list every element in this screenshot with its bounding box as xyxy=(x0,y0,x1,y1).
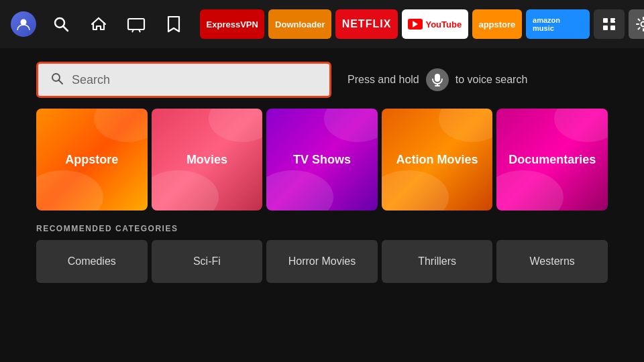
svg-rect-6 xyxy=(603,18,608,23)
svg-point-0 xyxy=(21,19,27,25)
recommended-section: RECOMMENDED CATEGORIES Comedies Sci-Fi H… xyxy=(0,224,644,283)
tile-documentaries-label: Documentaries xyxy=(508,153,596,167)
grid-apps-button[interactable] xyxy=(594,9,625,39)
search-icon xyxy=(50,72,64,88)
tv-button[interactable] xyxy=(123,11,149,37)
rec-tile-horror[interactable]: Horror Movies xyxy=(266,240,378,283)
recommended-row: Comedies Sci-Fi Horror Movies Thrillers … xyxy=(36,240,608,283)
rec-tile-comedies-label: Comedies xyxy=(68,255,116,267)
tiles-row: Appstore Movies TV Shows Action Movies D… xyxy=(36,109,608,210)
appstore-app[interactable]: appstore xyxy=(472,9,522,39)
bookmark-button[interactable] xyxy=(161,11,186,37)
amazon-music-app[interactable]: amazon music xyxy=(526,9,590,39)
app-shortcuts: ExpressVPN Downloader NETFLIX YouTube ap… xyxy=(200,9,644,39)
voice-hint-pre: Press and hold xyxy=(347,74,419,86)
nav-left-icons xyxy=(11,11,186,37)
top-navigation: ExpressVPN Downloader NETFLIX YouTube ap… xyxy=(0,0,644,48)
search-bar[interactable]: Search xyxy=(36,62,331,98)
tile-movies-label: Movies xyxy=(186,153,227,167)
search-input-placeholder: Search xyxy=(72,73,110,87)
youtube-label: YouTube xyxy=(425,19,462,29)
svg-rect-9 xyxy=(610,25,615,30)
yt-play-icon xyxy=(408,19,423,29)
rec-tile-thrillers[interactable]: Thrillers xyxy=(382,240,493,283)
tile-tvshows-label: TV Shows xyxy=(293,153,351,167)
rec-tile-westerns-label: Westerns xyxy=(530,255,575,267)
microphone-icon xyxy=(426,68,449,91)
rec-tile-horror-label: Horror Movies xyxy=(288,255,356,267)
tile-documentaries[interactable]: Documentaries xyxy=(496,109,608,210)
tile-appstore-label: Appstore xyxy=(65,153,118,167)
expressvpn-label: ExpressVPN xyxy=(207,19,258,29)
settings-button[interactable] xyxy=(629,9,645,39)
search-section: Search Press and hold to voice search xyxy=(0,48,644,109)
rec-tile-thrillers-label: Thrillers xyxy=(418,255,456,267)
amazon-music-label: amazon music xyxy=(533,16,583,32)
expressvpn-app[interactable]: ExpressVPN xyxy=(200,9,264,39)
svg-point-12 xyxy=(641,22,644,27)
home-button[interactable] xyxy=(86,11,111,37)
recommended-heading: RECOMMENDED CATEGORIES xyxy=(36,224,608,233)
youtube-icon: YouTube xyxy=(408,19,462,29)
downloader-label: Downloader xyxy=(275,19,325,29)
netflix-label: NETFLIX xyxy=(342,18,392,30)
avatar[interactable] xyxy=(11,11,36,37)
svg-rect-7 xyxy=(610,18,615,23)
youtube-app[interactable]: YouTube xyxy=(402,9,468,39)
tile-tvshows[interactable]: TV Shows xyxy=(266,109,378,210)
svg-rect-3 xyxy=(128,19,144,29)
appstore-nav-label: appstore xyxy=(478,19,515,29)
downloader-app[interactable]: Downloader xyxy=(268,9,331,39)
tile-action[interactable]: Action Movies xyxy=(382,109,493,210)
tile-movies[interactable]: Movies xyxy=(152,109,263,210)
rec-tile-scifi[interactable]: Sci-Fi xyxy=(152,240,263,283)
netflix-app[interactable]: NETFLIX xyxy=(335,9,398,39)
search-nav-button[interactable] xyxy=(48,11,74,37)
tile-appstore[interactable]: Appstore xyxy=(36,109,148,210)
voice-hint-post: to voice search xyxy=(455,74,528,86)
rec-tile-scifi-label: Sci-Fi xyxy=(193,255,221,267)
voice-search-hint: Press and hold to voice search xyxy=(347,68,527,91)
category-tiles: Appstore Movies TV Shows Action Movies D… xyxy=(0,109,644,210)
user-avatar xyxy=(11,11,36,37)
svg-rect-15 xyxy=(435,74,440,82)
svg-line-2 xyxy=(63,26,68,31)
rec-tile-westerns[interactable]: Westerns xyxy=(496,240,608,283)
svg-line-14 xyxy=(59,80,63,84)
svg-rect-8 xyxy=(603,25,608,30)
tile-action-label: Action Movies xyxy=(396,153,478,167)
rec-tile-comedies[interactable]: Comedies xyxy=(36,240,148,283)
